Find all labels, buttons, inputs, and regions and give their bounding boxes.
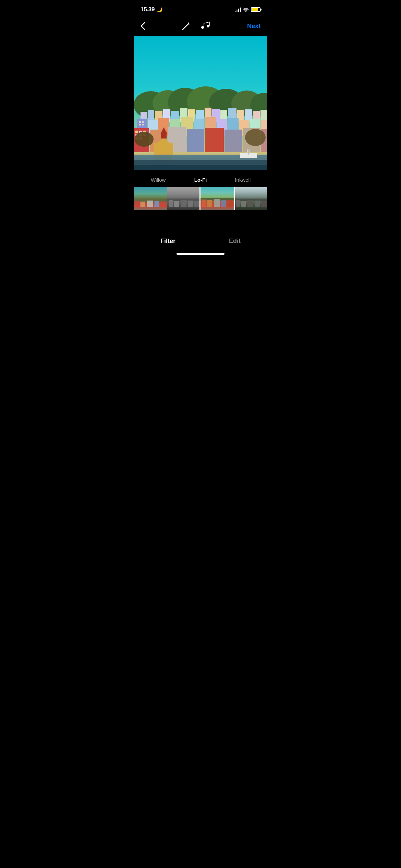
svg-rect-41 bbox=[142, 124, 144, 125]
svg-rect-88 bbox=[214, 199, 220, 207]
filter-label-inkwell[interactable]: Inkwell bbox=[222, 177, 264, 183]
svg-rect-50 bbox=[135, 131, 138, 133]
svg-rect-81 bbox=[181, 200, 187, 207]
main-image bbox=[134, 36, 267, 170]
svg-rect-86 bbox=[202, 200, 206, 207]
svg-rect-90 bbox=[227, 200, 233, 207]
magic-wand-button[interactable]: ✦ + bbox=[181, 20, 192, 32]
svg-text:+: + bbox=[189, 23, 190, 25]
wifi-icon bbox=[243, 8, 249, 12]
svg-point-59 bbox=[245, 129, 266, 146]
svg-rect-73 bbox=[141, 202, 146, 207]
svg-rect-80 bbox=[174, 201, 179, 207]
svg-rect-38 bbox=[139, 121, 141, 123]
svg-rect-74 bbox=[147, 201, 153, 207]
svg-rect-97 bbox=[261, 201, 267, 207]
svg-rect-95 bbox=[247, 200, 254, 207]
svg-rect-87 bbox=[207, 200, 212, 207]
home-bar bbox=[177, 253, 224, 255]
nav-center-icons: ✦ + bbox=[181, 20, 211, 32]
moon-icon: 🌙 bbox=[157, 7, 162, 12]
svg-rect-89 bbox=[221, 200, 226, 207]
filter-thumbnails bbox=[134, 187, 267, 210]
svg-rect-96 bbox=[255, 201, 260, 207]
svg-rect-76 bbox=[160, 202, 167, 207]
svg-rect-83 bbox=[194, 201, 200, 207]
filter-thumb-willow[interactable] bbox=[167, 187, 201, 210]
svg-rect-94 bbox=[241, 201, 246, 207]
svg-rect-82 bbox=[188, 201, 193, 207]
svg-rect-40 bbox=[139, 124, 141, 125]
next-button[interactable]: Next bbox=[247, 23, 260, 30]
bottom-tabs: Filter Edit bbox=[134, 228, 267, 250]
status-icons bbox=[235, 7, 260, 12]
svg-rect-47 bbox=[224, 130, 242, 152]
filter-thumb-inkwell[interactable] bbox=[234, 187, 268, 210]
status-time: 15.39 bbox=[141, 6, 155, 13]
filter-labels: Willow Lo-Fi Inkwell bbox=[134, 177, 267, 183]
svg-rect-65 bbox=[240, 153, 257, 158]
svg-rect-46 bbox=[205, 128, 224, 152]
filter-area: Willow Lo-Fi Inkwell bbox=[134, 170, 267, 214]
svg-rect-72 bbox=[135, 201, 139, 207]
nav-bar: ✦ + Next bbox=[134, 17, 267, 36]
svg-rect-45 bbox=[187, 129, 204, 152]
filter-thumb-lofi[interactable] bbox=[200, 187, 234, 210]
battery-icon bbox=[251, 7, 260, 12]
svg-rect-93 bbox=[235, 200, 240, 207]
svg-rect-79 bbox=[169, 200, 173, 207]
svg-point-58 bbox=[134, 132, 154, 147]
status-bar: 15.39 🌙 bbox=[134, 0, 267, 17]
filter-label-willow[interactable]: Willow bbox=[137, 177, 179, 183]
svg-rect-69 bbox=[134, 165, 267, 170]
filter-label-lofi[interactable]: Lo-Fi bbox=[179, 177, 221, 183]
svg-rect-11 bbox=[148, 110, 154, 122]
svg-rect-75 bbox=[154, 201, 159, 207]
edit-tab[interactable]: Edit bbox=[215, 235, 254, 248]
music-note-button[interactable] bbox=[200, 21, 211, 32]
back-button[interactable] bbox=[141, 22, 145, 30]
filter-thumb-partial-left[interactable] bbox=[134, 187, 167, 210]
home-indicator bbox=[134, 250, 267, 257]
filter-tab[interactable]: Filter bbox=[147, 235, 189, 248]
svg-rect-39 bbox=[142, 121, 144, 123]
signal-icon bbox=[235, 7, 241, 12]
